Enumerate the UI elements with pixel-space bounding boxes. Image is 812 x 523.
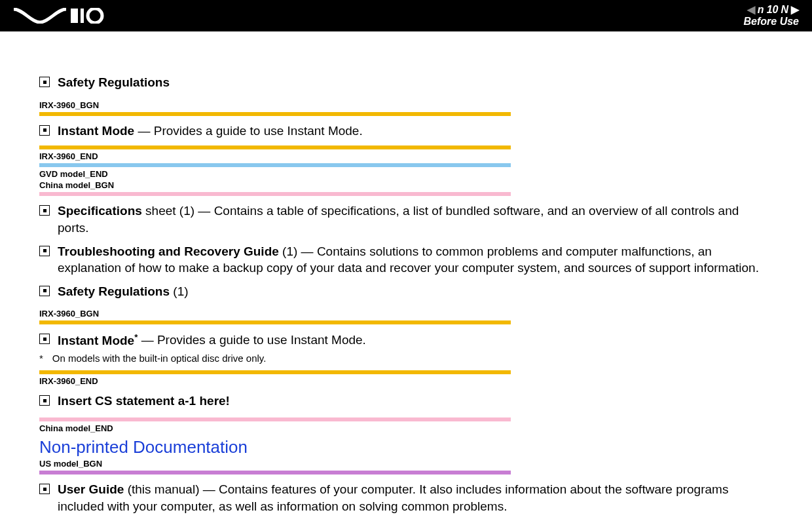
item-text: User Guide (this manual) — Contains feat… bbox=[58, 481, 773, 514]
page-body: Safety Regulations IRX-3960_BGN Instant … bbox=[0, 31, 812, 523]
nav-next-icon[interactable]: ▶ bbox=[791, 4, 799, 16]
footnote-mark: * bbox=[39, 353, 43, 364]
divider-bar-yellow bbox=[39, 145, 511, 149]
bullet-icon bbox=[39, 334, 50, 344]
bullet-icon bbox=[39, 205, 50, 216]
page-number: 10 bbox=[767, 4, 779, 16]
header-right: ◀ n 10 N ▶ Before Use bbox=[744, 4, 799, 27]
list-item: Safety Regulations (1) bbox=[39, 283, 773, 300]
divider-bar-yellow bbox=[39, 370, 511, 374]
nav-letter-n2: N bbox=[781, 4, 788, 16]
item-text: Safety Regulations bbox=[58, 74, 170, 91]
footnote-text: On models with the built-in optical disc… bbox=[52, 353, 267, 364]
marker-tag: IRX-3960_END bbox=[39, 376, 773, 386]
bullet-icon bbox=[39, 125, 50, 136]
bullet-icon bbox=[39, 395, 50, 406]
marker-tag: GVD model_END bbox=[39, 169, 773, 179]
marker-tag: IRX-3960_END bbox=[39, 151, 773, 161]
list-item: Troubleshooting and Recovery Guide (1) —… bbox=[39, 243, 773, 277]
list-item: Insert CS statement a-1 here! bbox=[39, 393, 773, 410]
nav-letter-n: n bbox=[758, 4, 764, 16]
list-item: Safety Regulations bbox=[39, 74, 773, 91]
divider-bar-pink bbox=[39, 192, 511, 196]
item-text: Specifications sheet (1) — Contains a ta… bbox=[58, 203, 773, 236]
marker-tag: China model_END bbox=[39, 423, 773, 433]
item-text: Instant Mode* — Provides a guide to use … bbox=[58, 331, 366, 349]
bullet-icon bbox=[39, 77, 50, 87]
item-text: Safety Regulations (1) bbox=[58, 283, 189, 300]
item-text: Troubleshooting and Recovery Guide (1) —… bbox=[58, 243, 773, 277]
divider-bar-purple bbox=[39, 471, 511, 475]
divider-bar-yellow bbox=[39, 320, 511, 324]
footnote: * On models with the built-in optical di… bbox=[39, 353, 773, 364]
item-text: Insert CS statement a-1 here! bbox=[58, 393, 230, 410]
nav-prev-icon[interactable]: ◀ bbox=[747, 4, 755, 16]
svg-point-6 bbox=[88, 9, 102, 23]
marker-tag: IRX-3960_BGN bbox=[39, 309, 773, 319]
header-section-label: Before Use bbox=[744, 16, 799, 28]
item-text: Instant Mode — Provides a guide to use I… bbox=[58, 123, 363, 140]
divider-bar-yellow bbox=[39, 112, 511, 116]
marker-tag: China model_BGN bbox=[39, 180, 773, 190]
divider-bar-pink bbox=[39, 417, 511, 421]
divider-bar-blue bbox=[39, 163, 511, 167]
bullet-icon bbox=[39, 286, 50, 296]
list-item: Instant Mode — Provides a guide to use I… bbox=[39, 123, 773, 140]
svg-rect-5 bbox=[81, 9, 84, 23]
list-item: Instant Mode* — Provides a guide to use … bbox=[39, 331, 773, 349]
list-item: Specifications sheet (1) — Contains a ta… bbox=[39, 203, 773, 236]
section-heading: Non-printed Documentation bbox=[39, 437, 773, 457]
marker-tag: US model_BGN bbox=[39, 459, 773, 469]
marker-tag: IRX-3960_BGN bbox=[39, 100, 773, 110]
svg-rect-4 bbox=[71, 9, 77, 23]
bullet-icon bbox=[39, 246, 50, 256]
page-header: ◀ n 10 N ▶ Before Use bbox=[0, 0, 812, 31]
vaio-logo bbox=[13, 8, 105, 24]
bullet-icon bbox=[39, 484, 50, 494]
list-item: User Guide (this manual) — Contains feat… bbox=[39, 481, 773, 514]
